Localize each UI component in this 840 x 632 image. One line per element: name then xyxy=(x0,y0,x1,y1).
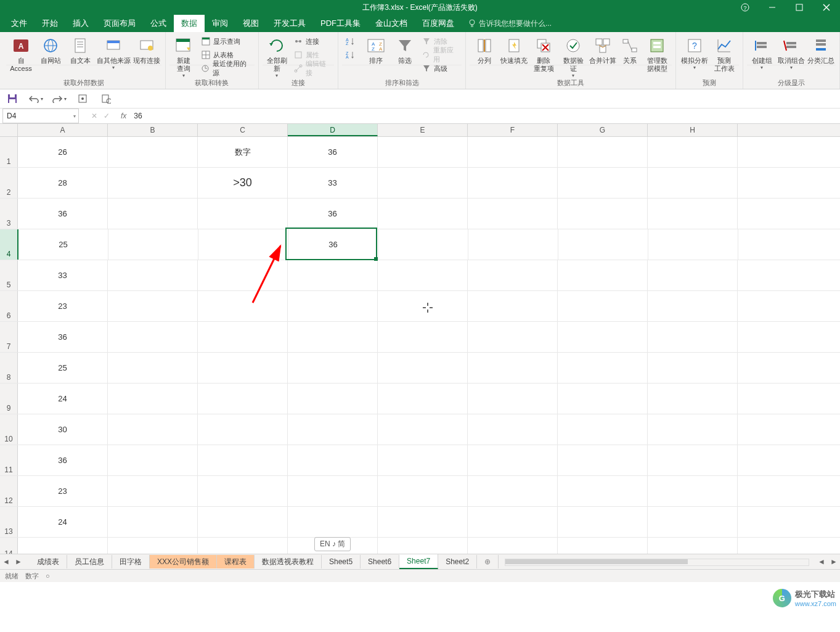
cell[interactable] xyxy=(198,199,288,229)
row-header[interactable]: 2 xyxy=(0,168,18,198)
cell[interactable]: 36 xyxy=(18,445,108,475)
cell[interactable] xyxy=(378,538,468,554)
cell[interactable] xyxy=(108,199,198,229)
col-header-F[interactable]: F xyxy=(468,124,558,136)
cell[interactable]: 24 xyxy=(18,507,108,537)
sheet-tab[interactable]: 课程表 xyxy=(217,555,255,568)
name-box[interactable]: D4▾ xyxy=(2,109,79,123)
cell[interactable] xyxy=(468,414,558,445)
help-button[interactable]: ? xyxy=(732,0,759,15)
cell[interactable] xyxy=(108,538,198,554)
cell[interactable] xyxy=(288,414,378,445)
cell[interactable] xyxy=(198,353,288,383)
cell[interactable] xyxy=(648,445,738,475)
cell[interactable] xyxy=(558,538,648,554)
col-header-E[interactable]: E xyxy=(378,124,468,136)
cell[interactable] xyxy=(108,168,198,198)
cell[interactable] xyxy=(108,353,198,383)
col-header-G[interactable]: G xyxy=(558,124,648,136)
cell[interactable] xyxy=(468,260,558,290)
menu-tab-view[interactable]: 视图 xyxy=(235,15,266,32)
cell[interactable] xyxy=(558,322,648,352)
menu-tab-data[interactable]: 数据 xyxy=(174,15,205,32)
cell[interactable]: 33 xyxy=(288,168,378,198)
cell[interactable] xyxy=(108,260,198,290)
cell[interactable] xyxy=(558,260,648,290)
cell[interactable] xyxy=(648,353,738,383)
row-header[interactable]: 7 xyxy=(0,322,18,352)
scroll-left[interactable]: ◄ xyxy=(815,557,828,566)
relationships-button[interactable]: 关系 xyxy=(618,35,642,66)
cell[interactable] xyxy=(108,137,198,167)
manage-datamodel-button[interactable]: 管理数 据模型 xyxy=(642,35,672,74)
fx-icon[interactable]: fx xyxy=(121,112,126,120)
menu-tab-insert[interactable]: 插入 xyxy=(65,15,96,32)
cell[interactable] xyxy=(558,353,648,383)
ungroup-button[interactable]: 取消组合▾ xyxy=(777,35,806,72)
select-all-corner[interactable] xyxy=(0,124,18,136)
cell[interactable] xyxy=(108,229,198,260)
cell[interactable] xyxy=(648,507,738,537)
spreadsheet-grid[interactable]: A B C D E F G H 126数字36228>3033336364253… xyxy=(0,124,840,554)
cell[interactable] xyxy=(108,414,198,445)
menu-tab-formulas[interactable]: 公式 xyxy=(143,15,174,32)
cell[interactable]: 25 xyxy=(18,229,108,260)
cell[interactable]: 26 xyxy=(18,137,108,167)
refresh-all-button[interactable]: 全部刷新▾ xyxy=(263,35,292,80)
forecast-sheet-button[interactable]: 预测 工作表 xyxy=(709,35,739,74)
cell[interactable] xyxy=(108,291,198,321)
cell[interactable]: 23 xyxy=(18,291,108,321)
cell[interactable] xyxy=(378,199,468,229)
sort-za-button[interactable]: ZA xyxy=(342,48,359,62)
cell[interactable]: 36 xyxy=(18,322,108,352)
tell-me[interactable]: 告诉我您想要做什么... xyxy=(468,15,552,32)
cell[interactable] xyxy=(108,476,198,506)
cell[interactable] xyxy=(288,384,378,414)
edit-links-button[interactable]: 编辑链接 xyxy=(291,62,334,75)
cell[interactable] xyxy=(468,291,558,321)
cell[interactable] xyxy=(648,260,738,290)
flash-fill-button[interactable]: 快速填充 xyxy=(499,35,529,66)
sheet-nav-prev[interactable]: ◄ xyxy=(0,557,12,566)
existing-conn-button[interactable]: 现有连接 xyxy=(132,35,161,66)
cell[interactable] xyxy=(468,199,558,229)
menu-tab-jinshan[interactable]: 金山文档 xyxy=(368,15,415,32)
cell[interactable]: >30 xyxy=(198,168,288,198)
cell[interactable] xyxy=(198,507,288,537)
cell[interactable] xyxy=(198,229,288,260)
cell[interactable] xyxy=(288,476,378,506)
cell[interactable] xyxy=(468,445,558,475)
print-preview-button[interactable] xyxy=(99,91,113,106)
cell[interactable] xyxy=(378,260,468,290)
whatif-button[interactable]: ?模拟分析▾ xyxy=(680,35,709,72)
cell[interactable] xyxy=(648,291,738,321)
cell[interactable] xyxy=(468,538,558,554)
cell[interactable] xyxy=(558,137,648,167)
cell[interactable] xyxy=(468,168,558,198)
col-header-C[interactable]: C xyxy=(198,124,288,136)
horizontal-scrollbar[interactable] xyxy=(505,557,809,567)
connections-button[interactable]: 连接 xyxy=(291,35,334,48)
col-header-D[interactable]: D xyxy=(288,124,378,136)
sheet-tab[interactable]: Sheet5 xyxy=(322,555,361,568)
new-query-button[interactable]: 新建 查询▾ xyxy=(169,35,198,80)
col-header-H[interactable]: H xyxy=(648,124,738,136)
menu-tab-review[interactable]: 审阅 xyxy=(205,15,235,32)
col-header-A[interactable]: A xyxy=(18,124,108,136)
sheet-tab[interactable]: XXX公司销售额 xyxy=(150,555,217,568)
cell[interactable] xyxy=(378,291,468,321)
cell[interactable] xyxy=(468,476,558,506)
cell[interactable] xyxy=(558,291,648,321)
cell[interactable] xyxy=(468,384,558,414)
cell[interactable] xyxy=(648,137,738,167)
text-to-columns-button[interactable]: 分列 xyxy=(470,35,499,66)
row-header[interactable]: 5 xyxy=(0,260,18,290)
confirm-formula-icon[interactable]: ✓ xyxy=(104,112,110,120)
row-header[interactable]: 6 xyxy=(0,291,18,321)
cell[interactable] xyxy=(198,414,288,445)
advanced-filter-button[interactable]: 高级 xyxy=(419,62,462,75)
menu-tab-pagelayout[interactable]: 页面布局 xyxy=(96,15,143,32)
sheet-nav-next[interactable]: ► xyxy=(12,557,25,566)
cell[interactable] xyxy=(378,168,468,198)
cell[interactable] xyxy=(648,414,738,445)
